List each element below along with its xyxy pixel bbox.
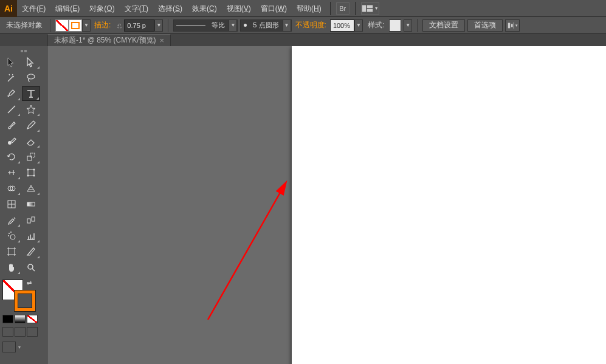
svg-point-12 bbox=[27, 169, 29, 171]
document-tab-bar: 未标题-1* @ 85% (CMYK/预览) × bbox=[0, 34, 606, 46]
draw-normal[interactable] bbox=[2, 327, 13, 337]
stroke-weight-value[interactable]: 0.75 p bbox=[124, 19, 154, 32]
slice-tool[interactable] bbox=[22, 244, 40, 259]
fill-stroke-swatches: ▼ bbox=[55, 19, 91, 32]
menu-bar: Ai 文件(F)编辑(E)对象(O)文字(T)选择(S)效果(C)视图(V)窗口… bbox=[0, 0, 606, 17]
color-mode-swatches bbox=[2, 315, 44, 323]
workspace-switcher-icon[interactable]: ▼ bbox=[361, 2, 379, 15]
menu-w[interactable]: 窗口(W) bbox=[256, 0, 292, 17]
svg-rect-20 bbox=[27, 219, 30, 223]
style-swatch[interactable] bbox=[389, 19, 401, 32]
graph-tool[interactable] bbox=[22, 228, 40, 243]
document-tab-title: 未标题-1* @ 85% (CMYK/预览) bbox=[54, 35, 156, 46]
scale-tool[interactable] bbox=[22, 149, 40, 164]
fill-stroke-control[interactable]: ⇄ bbox=[2, 280, 36, 309]
stroke-weight-dropdown[interactable]: ▼ bbox=[154, 19, 163, 32]
menu-f[interactable]: 文件(F) bbox=[17, 0, 50, 17]
svg-point-22 bbox=[10, 235, 15, 239]
magic-wand-tool[interactable] bbox=[2, 70, 21, 85]
opacity-value[interactable]: 100% bbox=[330, 19, 354, 32]
menu-o[interactable]: 对象(O) bbox=[84, 0, 119, 17]
symbol-sprayer-tool[interactable] bbox=[2, 228, 21, 243]
brush-label: 5 点圆形 bbox=[249, 21, 282, 30]
app-logo: Ai bbox=[0, 0, 17, 17]
paintbrush-tool[interactable] bbox=[2, 118, 21, 132]
color-mode-gradient[interactable] bbox=[15, 315, 26, 323]
menu-s[interactable]: 选择(S) bbox=[153, 0, 187, 17]
color-mode-none[interactable] bbox=[27, 315, 38, 323]
opacity-label[interactable]: 不透明度: bbox=[294, 20, 328, 30]
document-tab[interactable]: 未标题-1* @ 85% (CMYK/预览) × bbox=[47, 34, 171, 46]
draw-behind[interactable] bbox=[15, 327, 26, 337]
svg-rect-2 bbox=[367, 9, 373, 12]
svg-point-27 bbox=[28, 264, 33, 269]
brush-dropdown[interactable]: ▼ bbox=[283, 19, 291, 32]
direct-selection-tool[interactable] bbox=[22, 55, 40, 69]
separator bbox=[50, 19, 50, 32]
svg-rect-1 bbox=[367, 5, 373, 8]
brush-preview bbox=[241, 20, 249, 31]
canvas-area[interactable] bbox=[47, 46, 606, 364]
menu-t[interactable]: 文字(T) bbox=[120, 0, 153, 17]
zoom-tool[interactable] bbox=[22, 260, 40, 275]
svg-point-13 bbox=[33, 169, 35, 171]
stroke-color-swatch[interactable] bbox=[15, 290, 35, 311]
style-dropdown[interactable]: ▼ bbox=[404, 19, 412, 32]
svg-line-29 bbox=[208, 183, 286, 320]
svg-point-6 bbox=[27, 74, 35, 79]
svg-point-14 bbox=[27, 175, 29, 177]
toolbox-handle[interactable] bbox=[2, 49, 44, 53]
pen-tool[interactable] bbox=[2, 86, 21, 101]
hand-tool[interactable] bbox=[2, 260, 21, 275]
fill-swatch[interactable] bbox=[55, 19, 69, 32]
eyedropper-tool[interactable] bbox=[2, 213, 21, 227]
menu-h[interactable]: 帮助(H) bbox=[292, 0, 326, 17]
mesh-tool[interactable] bbox=[2, 197, 21, 211]
perspective-tool[interactable] bbox=[22, 181, 40, 196]
draw-inside[interactable] bbox=[27, 327, 38, 337]
selection-tool[interactable] bbox=[2, 55, 21, 69]
profile-dropdown[interactable]: ▼ bbox=[229, 19, 237, 32]
star-tool[interactable] bbox=[22, 102, 40, 117]
eraser-tool[interactable] bbox=[22, 134, 40, 148]
svg-rect-0 bbox=[362, 5, 366, 12]
preferences-button[interactable]: 首选项 bbox=[467, 19, 503, 32]
stroke-swatch[interactable] bbox=[69, 19, 82, 32]
opacity-dropdown[interactable]: ▼ bbox=[354, 19, 363, 32]
artboard-tool[interactable] bbox=[2, 244, 21, 259]
screen-mode-button[interactable] bbox=[2, 342, 16, 352]
close-tab-icon[interactable]: × bbox=[160, 36, 165, 45]
brush-select[interactable]: 5 点圆形 ▼ bbox=[240, 19, 291, 32]
width-tool[interactable] bbox=[2, 165, 21, 180]
swap-fill-stroke-icon[interactable]: ⇄ bbox=[27, 280, 32, 286]
svg-point-15 bbox=[33, 175, 35, 177]
stroke-label[interactable]: 描边: bbox=[93, 20, 112, 30]
pencil-tool[interactable] bbox=[22, 118, 40, 132]
document-setup-button[interactable]: 文档设置 bbox=[422, 19, 465, 32]
artboard[interactable] bbox=[292, 46, 606, 364]
gradient-tool[interactable] bbox=[22, 197, 40, 211]
blob-brush-tool[interactable] bbox=[2, 134, 21, 148]
type-tool[interactable] bbox=[22, 86, 40, 101]
line-tool[interactable] bbox=[2, 102, 21, 117]
svg-point-25 bbox=[8, 235, 9, 236]
stroke-weight-field[interactable]: ⎌ 0.75 p ▼ bbox=[114, 19, 163, 32]
screen-mode[interactable]: ▾ bbox=[2, 342, 44, 352]
stroke-profile-select[interactable]: 等比 ▼ bbox=[173, 19, 238, 32]
svg-rect-11 bbox=[28, 170, 34, 176]
menu-v[interactable]: 视图(V) bbox=[222, 0, 256, 17]
stroke-link-icon[interactable]: ⎌ bbox=[114, 19, 124, 32]
menu-e[interactable]: 编辑(E) bbox=[50, 0, 84, 17]
align-panel-icon[interactable]: ▾ bbox=[505, 19, 520, 32]
color-mode-solid[interactable] bbox=[2, 315, 13, 323]
menu-c[interactable]: 效果(C) bbox=[187, 0, 222, 17]
blend-tool[interactable] bbox=[22, 213, 40, 227]
bridge-icon[interactable]: Br bbox=[336, 2, 349, 15]
shape-builder-tool[interactable] bbox=[2, 181, 21, 196]
opacity-field[interactable]: 100% ▼ bbox=[330, 19, 363, 32]
svg-point-24 bbox=[10, 232, 12, 233]
free-transform-tool[interactable] bbox=[22, 165, 40, 180]
swatch-dropdown[interactable]: ▼ bbox=[82, 19, 91, 32]
rotate-tool[interactable] bbox=[2, 149, 21, 164]
lasso-tool[interactable] bbox=[22, 70, 40, 85]
